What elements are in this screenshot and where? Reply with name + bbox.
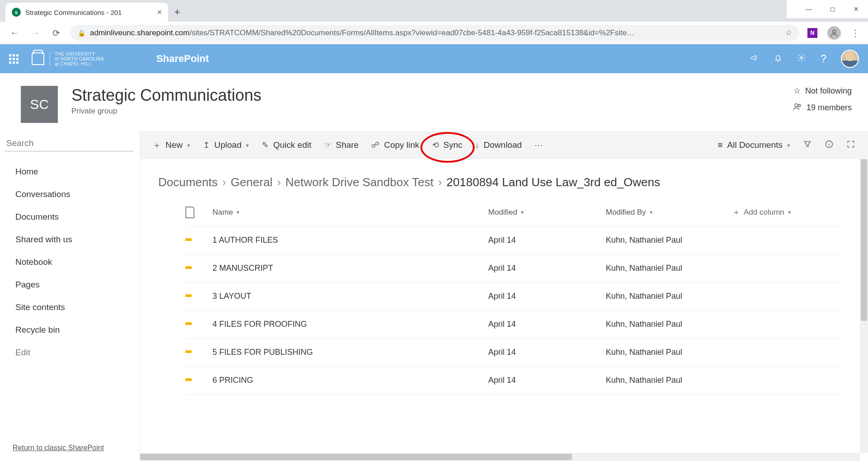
forward-button[interactable]: → — [29, 28, 42, 38]
user-avatar[interactable] — [841, 50, 859, 68]
download-button[interactable]: ↓Download — [475, 140, 522, 150]
row-modified-by: Kuhn, Nathaniel Paul — [606, 235, 732, 245]
nav-item[interactable]: Site contents — [15, 296, 140, 319]
new-tab-button[interactable]: + — [168, 3, 186, 22]
window-minimize-icon[interactable]: — — [806, 5, 812, 13]
org-logo[interactable]: THE UNIVERSITY of NORTH CAROLINA at CHAP… — [32, 52, 104, 66]
chevron-down-icon: ▾ — [246, 142, 249, 149]
nav-item[interactable]: Recycle bin — [15, 319, 140, 341]
reload-button[interactable]: ⟳ — [50, 28, 62, 38]
col-name[interactable]: Name▾ — [212, 208, 488, 217]
site-logo[interactable]: SC — [21, 86, 58, 123]
share-icon: ☞ — [324, 140, 331, 150]
url-text: adminliveunc.sharepoint.com/sites/STRATC… — [90, 28, 781, 38]
nav-item[interactable]: Shared with us — [15, 228, 140, 251]
help-icon[interactable]: ? — [821, 52, 826, 65]
row-name[interactable]: 5 FILES FOR PUBLISHING — [212, 348, 488, 357]
breadcrumb-item[interactable]: General — [231, 175, 273, 189]
row-modified: April 14 — [488, 348, 606, 357]
row-name[interactable]: 6 PRICING — [212, 376, 488, 385]
sync-button[interactable]: ⟲Sync — [432, 140, 462, 150]
table-row[interactable]: 3 LAYOUT April 14 Kuhn, Nathaniel Paul — [185, 282, 841, 310]
sharepoint-favicon-icon: s — [12, 8, 21, 17]
vertical-scrollbar[interactable] — [860, 159, 868, 453]
more-actions-button[interactable]: ⋯ — [534, 140, 542, 150]
chevron-down-icon: ▾ — [788, 209, 791, 216]
people-icon — [793, 102, 802, 113]
tab-close-icon[interactable]: × — [157, 8, 162, 17]
breadcrumb-item[interactable]: 20180894 Land Use Law_3rd ed_Owens — [447, 175, 660, 189]
table-header: Name▾ Modified▾ Modified By▾ ＋Add column… — [185, 198, 841, 226]
nav-item[interactable]: Home — [15, 160, 140, 183]
col-modified[interactable]: Modified▾ — [488, 208, 606, 217]
new-button[interactable]: ＋New▾ — [153, 140, 190, 151]
site-subtitle: Private group — [71, 107, 261, 116]
megaphone-icon[interactable] — [750, 53, 759, 65]
back-button[interactable]: ← — [8, 28, 21, 38]
sync-icon: ⟲ — [432, 140, 439, 150]
browser-address-bar: ← → ⟳ 🔒 adminliveunc.sharepoint.com/site… — [0, 22, 868, 44]
fullscreen-icon[interactable] — [846, 140, 855, 151]
site-header: SC Strategic Communications Private grou… — [0, 73, 868, 131]
add-column-button[interactable]: ＋Add column▾ — [732, 207, 841, 217]
window-close-icon[interactable]: ✕ — [854, 5, 859, 13]
quick-edit-button[interactable]: ✎Quick edit — [262, 140, 311, 150]
onenote-extension-icon[interactable]: N — [807, 28, 817, 38]
horizontal-scrollbar[interactable] — [140, 453, 860, 461]
row-name[interactable]: 4 FILES FOR PROOFING — [212, 320, 488, 329]
col-modified-by[interactable]: Modified By▾ — [606, 208, 732, 217]
notifications-icon[interactable] — [774, 53, 783, 65]
window-maximize-icon[interactable]: ◻ — [830, 5, 835, 13]
chrome-menu-icon[interactable]: ⋮ — [851, 28, 860, 38]
row-modified: April 14 — [488, 376, 606, 385]
breadcrumb-item[interactable]: Documents — [158, 175, 218, 189]
copy-link-button[interactable]: ☍Copy link — [371, 140, 419, 150]
table-row[interactable]: 5 FILES FOR PUBLISHING April 14 Kuhn, Na… — [185, 339, 841, 367]
view-selector[interactable]: ≡ All Documents ▾ — [717, 140, 790, 150]
nav-item[interactable]: Conversations — [15, 183, 140, 206]
return-classic-link[interactable]: Return to classic SharePoint — [0, 436, 140, 461]
browser-tab-active[interactable]: s Strategic Communications - 201 × — [5, 3, 168, 22]
plus-icon: ＋ — [732, 207, 740, 217]
breadcrumb-item[interactable]: Network Drive Sandbox Test — [285, 175, 434, 189]
row-modified: April 14 — [488, 320, 606, 329]
app-name[interactable]: SharePoint — [156, 53, 209, 65]
omnibox[interactable]: 🔒 adminliveunc.sharepoint.com/sites/STRA… — [71, 25, 799, 41]
org-name: THE UNIVERSITY of NORTH CAROLINA at CHAP… — [50, 52, 104, 66]
filter-icon[interactable] — [803, 140, 812, 151]
table-row[interactable]: 2 MANUSCRIPT April 14 Kuhn, Nathaniel Pa… — [185, 254, 841, 282]
share-button[interactable]: ☞Share — [324, 140, 359, 150]
chrome-account-icon[interactable] — [827, 26, 841, 40]
list-icon: ≡ — [717, 140, 722, 150]
nav-edit-link[interactable]: Edit — [15, 341, 140, 364]
nav-item[interactable]: Notebook — [15, 251, 140, 273]
members-link[interactable]: 19 members — [793, 102, 852, 113]
row-name[interactable]: 3 LAYOUT — [212, 292, 488, 301]
app-launcher-icon[interactable] — [9, 54, 20, 64]
table-row[interactable]: 6 PRICING April 14 Kuhn, Nathaniel Paul — [185, 367, 841, 395]
settings-gear-icon[interactable] — [797, 53, 806, 65]
star-icon: ☆ — [793, 86, 801, 96]
table-row[interactable]: 1 AUTHOR FILES April 14 Kuhn, Nathaniel … — [185, 226, 841, 254]
file-type-icon — [185, 207, 194, 218]
bookmark-star-icon[interactable]: ☆ — [785, 28, 792, 38]
nav-item[interactable]: Pages — [15, 273, 140, 296]
follow-button[interactable]: ☆Not following — [793, 86, 852, 96]
browser-tab-strip: s Strategic Communications - 201 × + — [0, 0, 787, 22]
row-name[interactable]: 1 AUTHOR FILES — [212, 235, 488, 245]
info-pane-icon[interactable] — [825, 140, 834, 151]
row-name[interactable]: 2 MANUSCRIPT — [212, 263, 488, 273]
chevron-down-icon: ▾ — [236, 209, 240, 216]
row-modified-by: Kuhn, Nathaniel Paul — [606, 348, 732, 357]
upload-icon: ↥ — [203, 140, 210, 150]
col-type[interactable] — [185, 207, 212, 218]
row-modified-by: Kuhn, Nathaniel Paul — [606, 263, 732, 273]
site-title[interactable]: Strategic Communications — [71, 86, 261, 105]
svg-point-1 — [800, 56, 802, 59]
table-row[interactable]: 4 FILES FOR PROOFING April 14 Kuhn, Nath… — [185, 310, 841, 339]
row-modified-by: Kuhn, Nathaniel Paul — [606, 376, 732, 385]
upload-button[interactable]: ↥Upload▾ — [203, 140, 249, 150]
search-input[interactable] — [5, 136, 133, 151]
search-box[interactable] — [5, 136, 133, 151]
nav-item[interactable]: Documents — [15, 206, 140, 228]
